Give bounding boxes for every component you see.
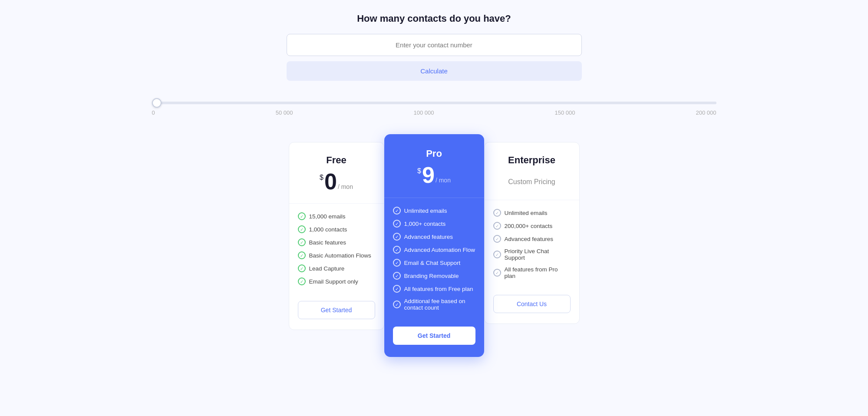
check-icon: ✓: [493, 222, 501, 230]
check-icon: ✓: [298, 251, 306, 259]
enterprise-contact-us-button[interactable]: Contact Us: [493, 295, 571, 313]
check-icon: ✓: [393, 272, 401, 280]
enterprise-feature-3: ✓ Priority Live Chat Support: [493, 248, 571, 261]
check-icon: ✓: [298, 212, 306, 220]
free-feature-label-4: Lead Capture: [309, 265, 345, 272]
check-icon: ✓: [493, 269, 501, 277]
pro-plan-card: Pro $ 9 / mon ✓ Unlimited emails ✓ 1,000…: [384, 134, 484, 357]
pro-feature-0: ✓ Unlimited emails: [393, 207, 475, 215]
pro-get-started-button[interactable]: Get Started: [393, 327, 475, 345]
free-feature-label-3: Basic Automation Flows: [309, 252, 371, 259]
pro-feature-1: ✓ 1,000+ contacts: [393, 220, 475, 228]
check-icon: ✓: [393, 207, 401, 215]
enterprise-feature-label-3: Priority Live Chat Support: [505, 248, 571, 261]
slider-label-0: 0: [152, 109, 155, 116]
pro-price-period: / mon: [436, 177, 451, 184]
pro-feature-label-4: Email & Chat Support: [404, 260, 461, 266]
enterprise-plan-card: Enterprise Custom Pricing ✓ Unlimited em…: [484, 142, 580, 324]
check-icon: ✓: [393, 220, 401, 228]
pro-feature-7: ✓ Additional fee based on contact count: [393, 298, 475, 311]
pro-feature-label-1: 1,000+ contacts: [404, 221, 446, 227]
enterprise-feature-label-2: Advanced features: [505, 236, 554, 242]
pro-feature-3: ✓ Advanced Automation Flow: [393, 246, 475, 254]
free-plan-title: Free: [298, 155, 375, 166]
pro-feature-label-7: Additional fee based on contact count: [404, 298, 475, 311]
check-icon: ✓: [493, 209, 501, 217]
free-price-amount: 0: [324, 170, 337, 193]
enterprise-card-footer: Contact Us: [485, 288, 579, 324]
enterprise-feature-0: ✓ Unlimited emails: [493, 209, 571, 217]
free-feature-2: ✓ Basic features: [298, 238, 375, 246]
free-price-dollar: $: [320, 174, 323, 182]
page-title: How many contacts do you have?: [357, 13, 511, 24]
check-icon: ✓: [493, 251, 501, 258]
contact-slider[interactable]: [152, 102, 716, 104]
free-card-header: Free $ 0 / mon: [289, 142, 384, 204]
check-icon: ✓: [393, 300, 401, 308]
free-feature-3: ✓ Basic Automation Flows: [298, 251, 375, 259]
pro-feature-5: ✓ Branding Removable: [393, 272, 475, 280]
calculate-button[interactable]: Calculate: [287, 61, 582, 81]
free-features-list: ✓ 15,000 emails ✓ 1,000 contacts ✓ Basic…: [289, 204, 384, 294]
pro-feature-6: ✓ All features from Free plan: [393, 285, 475, 293]
enterprise-card-header: Enterprise Custom Pricing: [485, 142, 579, 200]
check-icon: ✓: [298, 264, 306, 272]
check-icon: ✓: [393, 246, 401, 254]
free-card-footer: Get Started: [289, 294, 384, 330]
free-feature-0: ✓ 15,000 emails: [298, 212, 375, 220]
pro-price-dollar: $: [417, 167, 421, 175]
free-feature-5: ✓ Email Support only: [298, 277, 375, 285]
pro-card-footer: Get Started: [384, 320, 484, 357]
free-feature-label-0: 15,000 emails: [309, 213, 346, 220]
pro-feature-4: ✓ Email & Chat Support: [393, 259, 475, 267]
pro-feature-2: ✓ Advanced features: [393, 233, 475, 241]
contact-slider-container: 0 50 000 100 000 150 000 200 000: [152, 94, 716, 125]
enterprise-features-list: ✓ Unlimited emails ✓ 200,000+ contacts ✓…: [485, 200, 579, 288]
slider-label-50k: 50 000: [276, 109, 293, 116]
enterprise-feature-label-4: All features from Pro plan: [505, 266, 571, 279]
check-icon: ✓: [393, 285, 401, 293]
free-feature-label-1: 1,000 contacts: [309, 226, 347, 233]
free-plan-card: Free $ 0 / mon ✓ 15,000 emails ✓ 1,000 c…: [289, 142, 384, 330]
check-icon: ✓: [393, 233, 401, 241]
enterprise-feature-label-1: 200,000+ contacts: [505, 223, 553, 229]
free-feature-label-5: Email Support only: [309, 278, 358, 285]
slider-label-150k: 150 000: [555, 109, 575, 116]
pricing-container: Free $ 0 / mon ✓ 15,000 emails ✓ 1,000 c…: [289, 142, 580, 357]
pro-plan-price: $ 9 / mon: [393, 164, 475, 186]
contact-input[interactable]: [287, 34, 582, 56]
free-feature-1: ✓ 1,000 contacts: [298, 225, 375, 233]
free-price-period: / mon: [338, 183, 353, 190]
pro-feature-label-3: Advanced Automation Flow: [404, 247, 475, 253]
pro-price-amount: 9: [422, 164, 435, 186]
check-icon: ✓: [298, 225, 306, 233]
pro-feature-label-2: Advanced features: [404, 234, 453, 240]
check-icon: ✓: [298, 277, 306, 285]
enterprise-feature-label-0: Unlimited emails: [505, 210, 548, 216]
pro-features-list: ✓ Unlimited emails ✓ 1,000+ contacts ✓ A…: [384, 198, 484, 320]
free-get-started-button[interactable]: Get Started: [298, 301, 375, 319]
free-feature-4: ✓ Lead Capture: [298, 264, 375, 272]
free-plan-price: $ 0 / mon: [298, 170, 375, 193]
check-icon: ✓: [393, 259, 401, 267]
slider-label-100k: 100 000: [414, 109, 434, 116]
enterprise-feature-4: ✓ All features from Pro plan: [493, 266, 571, 279]
check-icon: ✓: [298, 238, 306, 246]
enterprise-custom-pricing: Custom Pricing: [493, 170, 571, 189]
pro-feature-label-6: All features from Free plan: [404, 286, 473, 292]
free-feature-label-2: Basic features: [309, 239, 347, 246]
enterprise-plan-title: Enterprise: [493, 155, 571, 166]
pro-feature-label-5: Branding Removable: [404, 273, 459, 279]
pro-feature-label-0: Unlimited emails: [404, 208, 447, 214]
enterprise-feature-2: ✓ Advanced features: [493, 235, 571, 243]
slider-labels: 0 50 000 100 000 150 000 200 000: [152, 109, 716, 116]
enterprise-feature-1: ✓ 200,000+ contacts: [493, 222, 571, 230]
pro-plan-title: Pro: [393, 148, 475, 159]
check-icon: ✓: [493, 235, 501, 243]
slider-label-200k: 200 000: [696, 109, 716, 116]
pro-card-header: Pro $ 9 / mon: [384, 134, 484, 198]
